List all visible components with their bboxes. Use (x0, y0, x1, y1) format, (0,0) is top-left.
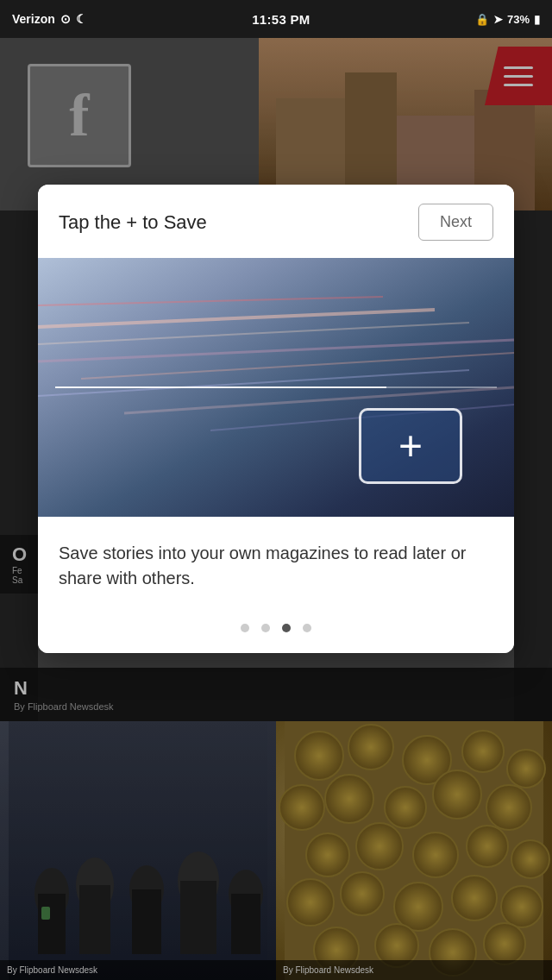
progress-bar (55, 386, 497, 388)
dot-3[interactable] (282, 624, 291, 632)
tutorial-modal: Tap the + to Save Next (38, 185, 514, 653)
dot-2[interactable] (261, 624, 270, 632)
modal-image-area: + (38, 258, 514, 517)
battery-label: 73% (507, 13, 530, 26)
location-icon: ➤ (493, 13, 503, 26)
carrier-label: Verizon (12, 12, 55, 26)
wifi-icon: ⊙ (60, 12, 71, 26)
battery-icon: ▮ (534, 13, 540, 26)
status-right: 🔒 ➤ 73% ▮ (475, 13, 540, 26)
dot-4[interactable] (303, 624, 311, 632)
dot-1[interactable] (241, 624, 249, 632)
modal-description-area: Save stories into your own magazines to … (38, 517, 514, 608)
pagination-dots (38, 608, 514, 653)
next-button[interactable]: Next (418, 204, 493, 241)
lock-icon: 🔒 (475, 13, 489, 26)
progress-fill (55, 386, 386, 388)
plus-icon: + (398, 425, 423, 467)
save-plus-button[interactable]: + (359, 408, 462, 484)
status-time: 11:53 PM (252, 12, 310, 27)
status-bar: Verizon ⊙ ☾ 11:53 PM 🔒 ➤ 73% ▮ (0, 0, 552, 38)
modal-header: Tap the + to Save Next (38, 185, 514, 258)
modal-title: Tap the + to Save (59, 211, 207, 234)
modal-description-text: Save stories into your own magazines to … (59, 541, 493, 591)
moon-icon: ☾ (76, 12, 87, 26)
status-left: Verizon ⊙ ☾ (12, 12, 87, 26)
